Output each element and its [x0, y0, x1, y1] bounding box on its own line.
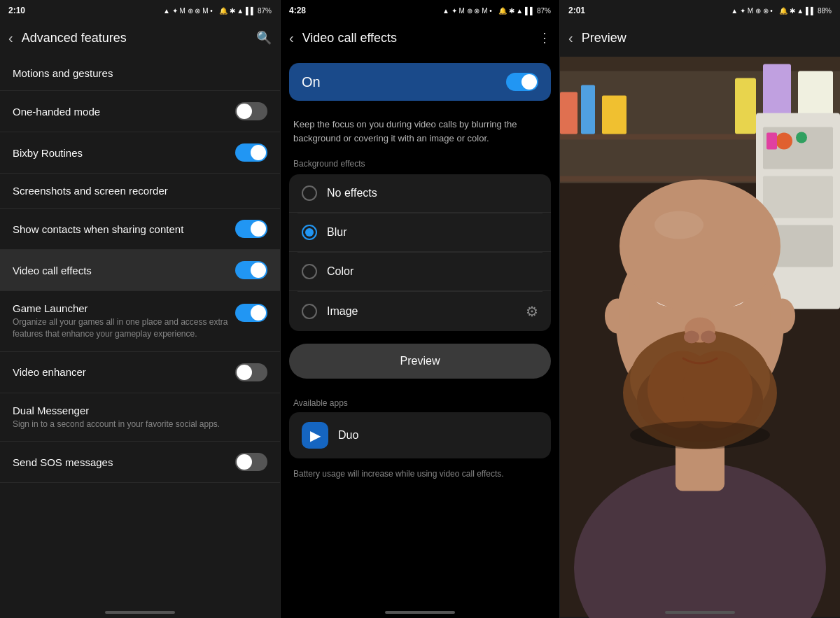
settings-item-one-handed[interactable]: One-handed mode: [0, 91, 280, 132]
effect-label-image: Image: [327, 305, 358, 318]
app-item-duo[interactable]: ▶ Duo: [289, 412, 551, 458]
item-title-one-handed: One-handed mode: [13, 106, 235, 118]
effect-label-no-effects: No effects: [327, 187, 377, 199]
item-title-video-enhancer: Video enhancer: [13, 366, 235, 378]
duo-app-icon: ▶: [302, 422, 328, 449]
svg-rect-3: [735, 78, 756, 134]
preview-image-container: [560, 56, 840, 618]
svg-point-40: [654, 211, 704, 239]
effect-label-blur: Blur: [327, 226, 346, 239]
notification-icons-1: ▲ ✦ M ⊕ ⊗ M •: [163, 7, 213, 15]
svg-rect-8: [560, 92, 578, 134]
svg-rect-10: [602, 96, 626, 134]
toggle-video-call[interactable]: [235, 261, 267, 279]
status-time-3: 2:01: [568, 6, 585, 15]
item-title-screenshots: Screenshots and screen recorder: [13, 185, 267, 197]
toggle-game-launcher[interactable]: [235, 304, 267, 322]
effect-no-effects[interactable]: No effects: [289, 174, 551, 213]
svg-point-38: [701, 331, 716, 344]
advanced-features-panel: 2:10 ▲ ✦ M ⊕ ⊗ M • 🔔 ✱ ▲ ▌▌ 87% ‹ Advanc…: [0, 0, 280, 618]
item-title-dual-messenger: Dual Messenger: [13, 405, 267, 416]
toggle-show-contacts[interactable]: [235, 220, 267, 238]
svg-point-39: [620, 180, 780, 313]
svg-point-27: [770, 299, 795, 334]
item-title-show-contacts: Show contacts when sharing content: [13, 223, 235, 235]
radio-color[interactable]: [302, 264, 317, 279]
toggle-on-banner[interactable]: [506, 73, 538, 91]
item-title-video-call: Video call effects: [13, 265, 235, 276]
bottom-indicator-3: [665, 611, 735, 614]
toggle-one-handed[interactable]: [235, 102, 267, 120]
settings-item-show-contacts[interactable]: Show contacts when sharing content: [0, 209, 280, 250]
available-apps-label: Available apps: [281, 391, 559, 412]
battery-signal-2: 🔔 ✱ ▲ ▌▌ 87%: [498, 7, 551, 15]
svg-point-26: [605, 299, 630, 334]
status-icons-2: ▲ ✦ M ⊕ ⊗ M • 🔔 ✱ ▲ ▌▌ 87%: [442, 7, 551, 15]
on-label: On: [302, 74, 321, 90]
item-title-motions: Motions and gestures: [13, 67, 267, 79]
svg-point-37: [684, 331, 699, 344]
radio-no-effects[interactable]: [302, 185, 317, 201]
preview-panel: 2:01 ▲ ✦ M ⊕ ⊗ • 🔔 ✱ ▲ ▌▌ 88% ‹ Preview: [560, 0, 840, 618]
settings-item-dual-messenger[interactable]: Dual Messenger Sign in to a second accou…: [0, 393, 280, 442]
item-title-game-launcher: Game Launcher: [13, 302, 228, 314]
svg-point-16: [796, 132, 807, 143]
svg-rect-9: [581, 85, 595, 134]
preview-face-svg: [560, 56, 840, 618]
back-button-3[interactable]: ‹: [568, 30, 573, 46]
effect-color[interactable]: Color: [289, 253, 551, 291]
item-title-bixby: Bixby Routines: [13, 147, 235, 159]
settings-item-video-call[interactable]: Video call effects: [0, 250, 280, 291]
on-banner[interactable]: On: [289, 63, 551, 101]
toggle-video-enhancer[interactable]: [235, 363, 267, 381]
svg-point-15: [776, 133, 792, 150]
item-sub-game-launcher: Organize all your games all in one place…: [13, 316, 228, 340]
top-bar-3: ‹ Preview: [560, 20, 840, 56]
status-time-1: 2:10: [8, 6, 25, 15]
settings-item-video-enhancer[interactable]: Video enhancer: [0, 352, 280, 393]
settings-item-send-sos[interactable]: Send SOS messages: [0, 442, 280, 483]
battery-note: Battery usage will increase while using …: [281, 458, 559, 490]
back-button-2[interactable]: ‹: [289, 30, 294, 46]
top-bar-2: ‹ Video call effects ⋮: [281, 20, 559, 56]
status-bar-2: 4:28 ▲ ✦ M ⊕ ⊗ M • 🔔 ✱ ▲ ▌▌ 87%: [281, 0, 559, 20]
page-title-1: Advanced features: [22, 31, 256, 45]
status-bar-1: 2:10 ▲ ✦ M ⊕ ⊗ M • 🔔 ✱ ▲ ▌▌ 87%: [0, 0, 280, 20]
page-title-3: Preview: [582, 31, 832, 45]
bottom-indicator-1: [105, 611, 175, 614]
duo-app-name: Duo: [338, 429, 358, 442]
battery-signal-3: 🔔 ✱ ▲ ▌▌ 88%: [779, 7, 832, 15]
radio-image[interactable]: [302, 304, 317, 319]
toggle-send-sos[interactable]: [235, 453, 267, 471]
gear-icon[interactable]: ⚙: [526, 303, 538, 320]
item-title-send-sos: Send SOS messages: [13, 456, 235, 468]
effect-blur[interactable]: Blur: [289, 213, 551, 252]
status-icons-3: ▲ ✦ M ⊕ ⊗ • 🔔 ✱ ▲ ▌▌ 88%: [731, 7, 832, 15]
duo-icon: ▶: [310, 427, 321, 444]
effects-list: No effects Blur Color Image ⚙: [289, 174, 551, 331]
status-icons-1: ▲ ✦ M ⊕ ⊗ M • 🔔 ✱ ▲ ▌▌ 87%: [163, 7, 272, 15]
search-icon-1[interactable]: 🔍: [256, 30, 272, 45]
radio-blur[interactable]: [302, 225, 317, 240]
item-sub-dual-messenger: Sign in to a second account in your favo…: [13, 419, 267, 430]
settings-item-motions[interactable]: Motions and gestures: [0, 56, 280, 91]
preview-button-label: Preview: [400, 355, 440, 367]
preview-button[interactable]: Preview: [289, 344, 551, 379]
status-time-2: 4:28: [289, 6, 306, 15]
settings-item-bixby[interactable]: Bixby Routines: [0, 132, 280, 174]
toggle-bixby[interactable]: [235, 143, 267, 162]
settings-item-game-launcher[interactable]: Game Launcher Organize all your games al…: [0, 291, 280, 352]
page-title-2: Video call effects: [302, 31, 538, 45]
svg-rect-13: [763, 176, 833, 218]
more-options-icon[interactable]: ⋮: [538, 30, 551, 45]
description-text: Keep the focus on you during video calls…: [281, 108, 559, 155]
background-effects-label: Background effects: [281, 155, 559, 174]
bottom-indicator-2: [385, 611, 455, 614]
back-button-1[interactable]: ‹: [8, 30, 13, 46]
svg-point-41: [630, 421, 770, 449]
notification-icons-2: ▲ ✦ M ⊕ ⊗ M •: [442, 7, 492, 15]
top-bar-1: ‹ Advanced features 🔍: [0, 20, 280, 56]
settings-item-screenshots[interactable]: Screenshots and screen recorder: [0, 174, 280, 209]
status-bar-3: 2:01 ▲ ✦ M ⊕ ⊗ • 🔔 ✱ ▲ ▌▌ 88%: [560, 0, 840, 20]
effect-image[interactable]: Image ⚙: [289, 292, 551, 331]
